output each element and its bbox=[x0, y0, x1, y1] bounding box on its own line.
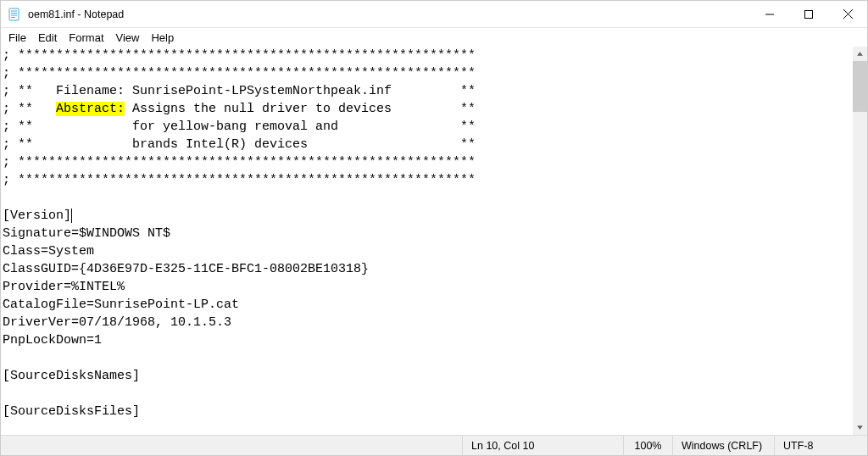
svg-marker-9 bbox=[857, 52, 863, 56]
menubar: File Edit Format View Help bbox=[1, 28, 867, 47]
status-zoom: 100% bbox=[623, 436, 672, 455]
notepad-icon bbox=[8, 8, 21, 21]
text-area[interactable]: ; **************************************… bbox=[1, 47, 853, 435]
maximize-button[interactable] bbox=[789, 1, 828, 28]
titlebar: oem81.inf - Notepad bbox=[1, 1, 867, 28]
scrollbar-down-button[interactable] bbox=[853, 420, 867, 435]
scrollbar-thumb[interactable] bbox=[853, 61, 867, 112]
menu-item-format[interactable]: Format bbox=[63, 30, 109, 46]
status-position: Ln 10, Col 10 bbox=[462, 436, 623, 455]
svg-marker-10 bbox=[857, 425, 863, 430]
svg-rect-6 bbox=[805, 10, 813, 18]
menu-item-help[interactable]: Help bbox=[145, 30, 180, 46]
minimize-button[interactable] bbox=[750, 1, 789, 28]
status-eol: Windows (CRLF) bbox=[672, 436, 774, 455]
svg-rect-0 bbox=[9, 8, 19, 20]
status-encoding: UTF-8 bbox=[774, 436, 867, 455]
close-button[interactable] bbox=[828, 1, 867, 28]
scrollbar-track[interactable] bbox=[853, 61, 867, 420]
menu-item-edit[interactable]: Edit bbox=[32, 30, 63, 46]
text-caret bbox=[71, 209, 72, 223]
statusbar: Ln 10, Col 10 100% Windows (CRLF) UTF-8 bbox=[1, 435, 867, 455]
window-title: oem81.inf - Notepad bbox=[28, 8, 124, 20]
vertical-scrollbar[interactable] bbox=[853, 47, 867, 435]
menu-item-file[interactable]: File bbox=[3, 30, 32, 46]
scrollbar-up-button[interactable] bbox=[853, 47, 867, 61]
menu-item-view[interactable]: View bbox=[110, 30, 146, 46]
highlighted-text: Abstract: bbox=[56, 102, 125, 116]
